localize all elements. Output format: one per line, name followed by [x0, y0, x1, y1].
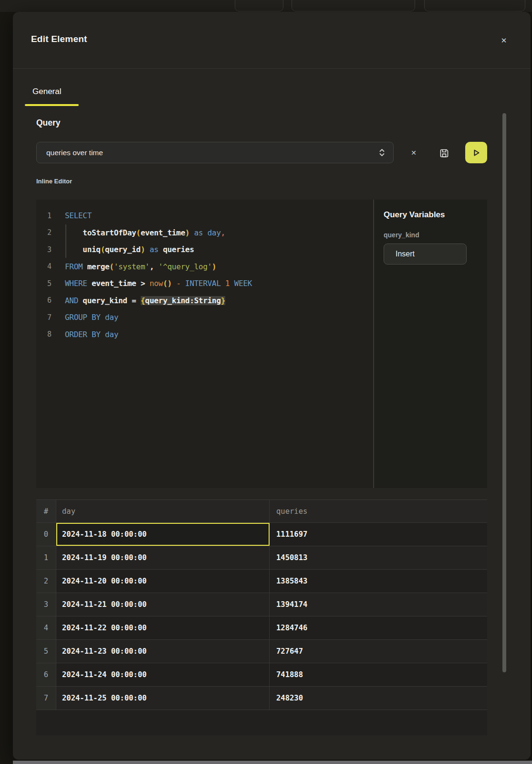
day-cell[interactable]: 2024-11-20 00:00:00: [56, 570, 270, 593]
background-control-outline: [424, 0, 525, 11]
inline-editor-label: Inline Editor: [36, 178, 72, 185]
play-icon: [471, 148, 481, 158]
queries-cell[interactable]: 1385843: [270, 570, 487, 593]
table-row[interactable]: 32024-11-21 00:00:001394174: [36, 593, 487, 616]
code-lines: 1SELECT2 toStartOfDay(event_time) as day…: [36, 207, 373, 343]
query-select[interactable]: queries over time: [36, 142, 394, 163]
line-content: SELECT: [65, 211, 92, 220]
row-index-cell[interactable]: 2: [36, 570, 56, 593]
table-body: 02024-11-18 00:00:00111169712024-11-19 0…: [36, 523, 487, 710]
line-number: 3: [36, 245, 52, 254]
code-pane[interactable]: 1SELECT2 toStartOfDay(event_time) as day…: [36, 200, 373, 488]
column-header-day[interactable]: day: [56, 500, 270, 522]
variable-name-label: query_kind: [384, 231, 478, 239]
line-number: 2: [36, 228, 52, 237]
row-index-cell[interactable]: 7: [36, 687, 56, 710]
select-updown-icon: [378, 149, 386, 157]
column-header-index[interactable]: #: [36, 500, 56, 522]
queries-cell[interactable]: 1284746: [270, 616, 487, 639]
day-cell[interactable]: 2024-11-24 00:00:00: [56, 663, 270, 686]
line-content: WHERE event_time > now() - INTERVAL 1 WE…: [65, 279, 252, 288]
line-content: AND query_kind = {query_kind:String}: [65, 296, 225, 305]
table-row[interactable]: 12024-11-19 00:00:001450813: [36, 546, 487, 570]
column-header-queries[interactable]: queries: [270, 500, 487, 522]
header-divider: [13, 68, 531, 69]
line-content: ORDER BY day: [65, 330, 118, 339]
line-number: 4: [36, 262, 52, 271]
row-index-cell[interactable]: 4: [36, 616, 56, 639]
row-index-cell[interactable]: 1: [36, 546, 56, 569]
table-row[interactable]: 72024-11-25 00:00:00248230: [36, 687, 487, 710]
code-line[interactable]: 7GROUP BY day: [36, 309, 373, 326]
line-number: 6: [36, 296, 52, 305]
table-header-row: # day queries: [36, 500, 487, 523]
line-number: 5: [36, 279, 52, 288]
queries-cell[interactable]: 1111697: [270, 523, 487, 546]
day-cell[interactable]: 2024-11-25 00:00:00: [56, 687, 270, 710]
queries-cell[interactable]: 1394174: [270, 593, 487, 616]
code-line[interactable]: 8ORDER BY day: [36, 326, 373, 343]
active-tab-underline: [25, 104, 79, 106]
code-line[interactable]: 3 uniq(query_id) as queries: [36, 241, 373, 258]
queries-cell[interactable]: 727647: [270, 640, 487, 663]
line-content: uniq(query_id) as queries: [65, 245, 194, 254]
query-select-value: queries over time: [46, 149, 378, 157]
table-row[interactable]: 02024-11-18 00:00:001111697: [36, 523, 487, 546]
table-row[interactable]: 62024-11-24 00:00:00741888: [36, 663, 487, 687]
insert-variable-button[interactable]: Insert: [384, 244, 467, 265]
code-line[interactable]: 5WHERE event_time > now() - INTERVAL 1 W…: [36, 275, 373, 292]
run-query-button[interactable]: [465, 142, 487, 163]
table-row[interactable]: 52024-11-23 00:00:00727647: [36, 640, 487, 663]
code-line[interactable]: 4FROM merge('system', '^query_log'): [36, 258, 373, 276]
edit-element-modal: Edit Element ✕ General Query queries ove…: [13, 12, 531, 760]
line-content: GROUP BY day: [65, 313, 118, 322]
tab-general[interactable]: General: [32, 87, 61, 96]
clear-query-button[interactable]: ✕: [407, 147, 420, 159]
save-query-button[interactable]: [438, 147, 451, 159]
line-number: 1: [36, 212, 52, 220]
query-section-label: Query: [36, 118, 61, 128]
row-index-cell[interactable]: 3: [36, 593, 56, 616]
day-cell[interactable]: 2024-11-22 00:00:00: [56, 616, 270, 639]
line-content: FROM merge('system', '^query_log'): [65, 262, 216, 271]
day-cell[interactable]: 2024-11-23 00:00:00: [56, 640, 270, 663]
query-variables-panel: Query Variables query_kind Insert: [374, 200, 487, 488]
indent-guide: [65, 224, 66, 258]
background-control-outline: [292, 0, 415, 11]
background-page-top: [0, 0, 532, 12]
query-variables-title: Query Variables: [384, 210, 478, 220]
queries-cell[interactable]: 1450813: [270, 546, 487, 569]
queries-cell[interactable]: 248230: [270, 687, 487, 710]
day-cell[interactable]: 2024-11-18 00:00:00: [56, 523, 270, 546]
page-horizontal-scrollbar[interactable]: [13, 761, 532, 764]
day-cell[interactable]: 2024-11-21 00:00:00: [56, 593, 270, 616]
line-number: 8: [36, 330, 52, 339]
code-line[interactable]: 2 toStartOfDay(event_time) as day,: [36, 224, 373, 242]
row-index-cell[interactable]: 0: [36, 523, 56, 546]
code-line[interactable]: 1SELECT: [36, 207, 373, 224]
modal-scrollbar-thumb[interactable]: [502, 113, 506, 672]
row-index-cell[interactable]: 5: [36, 640, 56, 663]
sql-editor: 1SELECT2 toStartOfDay(event_time) as day…: [36, 200, 487, 488]
save-icon: [438, 148, 450, 159]
day-cell[interactable]: 2024-11-19 00:00:00: [56, 546, 270, 569]
code-line[interactable]: 6AND query_kind = {query_kind:String}: [36, 292, 373, 309]
row-index-cell[interactable]: 6: [36, 663, 56, 686]
background-control-outline: [235, 0, 283, 11]
table-row[interactable]: 22024-11-20 00:00:001385843: [36, 570, 487, 593]
modal-title: Edit Element: [31, 34, 87, 44]
results-table: # day queries 02024-11-18 00:00:00111169…: [36, 499, 487, 735]
queries-cell[interactable]: 741888: [270, 663, 487, 686]
close-icon[interactable]: ✕: [498, 34, 510, 47]
line-content: toStartOfDay(event_time) as day,: [65, 228, 225, 237]
table-row[interactable]: 42024-11-22 00:00:001284746: [36, 616, 487, 640]
line-number: 7: [36, 313, 52, 322]
